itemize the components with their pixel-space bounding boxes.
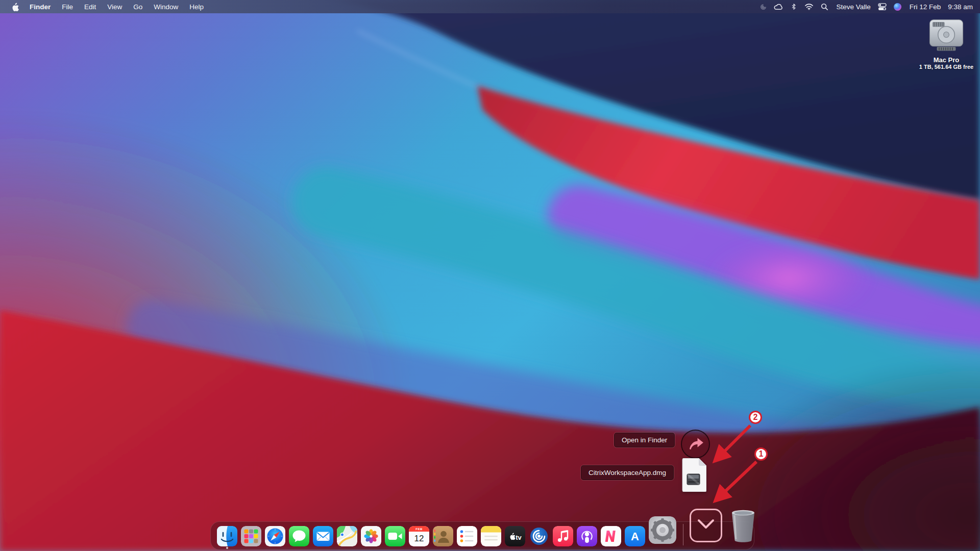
dock-item-citrix-workspace[interactable] xyxy=(529,526,549,546)
dock-item-finder[interactable] xyxy=(217,526,237,546)
dock-item-news[interactable] xyxy=(601,526,621,546)
annotation-badge-2: 2 xyxy=(749,411,762,424)
dock-item-podcasts[interactable] xyxy=(577,526,597,546)
menu-item-window[interactable]: Window xyxy=(148,3,184,11)
open-in-finder-icon-circle[interactable] xyxy=(681,430,710,459)
share-arrow-icon xyxy=(687,436,704,453)
dock-item-safari[interactable] xyxy=(265,526,285,546)
svg-text:12: 12 xyxy=(414,534,424,543)
trash-icon[interactable] xyxy=(728,508,758,544)
svg-text:FEB: FEB xyxy=(415,528,423,531)
bluetooth-icon[interactable] xyxy=(788,2,799,11)
dmg-file-label: CitrixWorkspaceApp.dmg xyxy=(581,465,674,480)
svg-text:A: A xyxy=(631,530,639,543)
swirl-app-icon[interactable] xyxy=(757,2,769,11)
menu-clock[interactable]: 9:38 am xyxy=(946,3,974,11)
dock-item-maps[interactable] xyxy=(337,526,357,546)
spotlight-icon[interactable] xyxy=(819,2,830,11)
dmg-file-icon[interactable] xyxy=(680,458,706,494)
wifi-icon[interactable] xyxy=(803,2,815,11)
dock-item-notes[interactable] xyxy=(481,526,501,546)
disk-capacity: 1 TB, 561.64 GB free xyxy=(913,64,979,70)
dock-item-app-store[interactable]: A xyxy=(625,526,645,546)
running-indicator xyxy=(226,547,228,549)
menu-item-go[interactable]: Go xyxy=(128,3,148,11)
menu-item-help[interactable]: Help xyxy=(184,3,209,11)
dock-item-photos[interactable] xyxy=(361,526,381,546)
dock-item-tv[interactable]: tv xyxy=(505,526,525,546)
dock-item-facetime[interactable] xyxy=(385,526,405,546)
user-menu[interactable]: Steve Valle xyxy=(834,3,872,11)
siri-icon[interactable] xyxy=(892,2,903,11)
svg-text:tv: tv xyxy=(516,534,522,541)
menu-bar: Finder File Edit View Go Window Help Ste… xyxy=(0,0,980,13)
dock-item-mail[interactable] xyxy=(313,526,333,546)
menu-item-file[interactable]: File xyxy=(56,3,79,11)
downloads-stack-indicator[interactable] xyxy=(690,509,722,542)
dock-item-system-preferences[interactable] xyxy=(649,516,676,544)
chevron-down-icon xyxy=(696,518,716,533)
annotation-badge-1: 1 xyxy=(754,447,768,461)
desktop-wallpaper xyxy=(0,0,980,551)
dock-item-music[interactable] xyxy=(553,526,573,546)
hard-drive-icon xyxy=(927,46,966,55)
creative-cloud-icon[interactable] xyxy=(773,2,784,11)
open-in-finder-button[interactable]: Open in Finder xyxy=(614,433,675,447)
dock-item-messages[interactable] xyxy=(289,526,309,546)
menu-item-view[interactable]: View xyxy=(102,3,128,11)
dock-item-launchpad[interactable] xyxy=(241,526,261,546)
menu-item-finder[interactable]: Finder xyxy=(24,3,56,11)
dock-item-contacts[interactable] xyxy=(433,526,453,546)
menu-date[interactable]: Fri 12 Feb xyxy=(908,3,942,11)
disk-name: Mac Pro xyxy=(913,56,979,64)
dock-item-reminders[interactable] xyxy=(457,526,477,546)
apple-menu-icon[interactable] xyxy=(6,2,24,11)
control-center-icon[interactable] xyxy=(877,2,888,11)
menu-item-edit[interactable]: Edit xyxy=(79,3,102,11)
dock: FEB 12 tv xyxy=(210,521,754,550)
dock-item-calendar[interactable]: FEB 12 xyxy=(409,526,429,546)
dock-divider xyxy=(683,524,683,545)
desktop-disk-macpro[interactable]: Mac Pro 1 TB, 561.64 GB free xyxy=(913,16,979,70)
